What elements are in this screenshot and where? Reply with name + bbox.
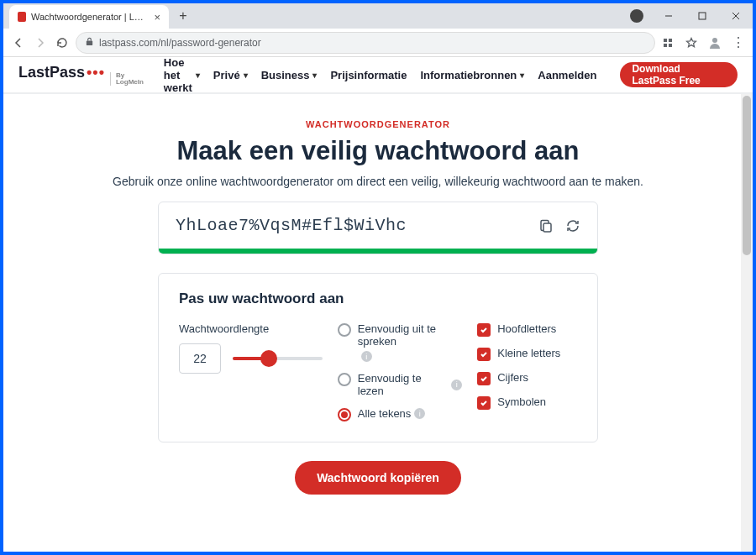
nav-login[interactable]: Aanmelden [538, 69, 596, 81]
url-text: lastpass.com/nl/password-generator [99, 37, 261, 49]
checkbox-icon [477, 372, 491, 385]
radio-easy-say[interactable]: Eenvoudig uit te spreken i [338, 322, 462, 362]
radio-label: Alle tekens [358, 407, 412, 420]
browser-tab[interactable]: Wachtwoordgenerator | LastPass × [9, 5, 169, 29]
generated-password[interactable]: YhLoae7%VqsM#Efl$WiVhc [176, 216, 538, 235]
browser-menu-icon[interactable]: ⋮ [731, 34, 746, 50]
check-symbols[interactable]: Symbolen [477, 395, 577, 410]
radio-all-chars[interactable]: Alle tekens i [338, 407, 462, 421]
length-slider[interactable] [233, 352, 323, 365]
chevron-down-icon: ▾ [312, 71, 317, 80]
lastpass-logo[interactable]: LastPass••• By LogMeIn [18, 64, 144, 86]
check-uppercase[interactable]: Hoofdletters [477, 322, 577, 337]
window-close-button[interactable] [719, 3, 753, 29]
logo-dots: ••• [87, 64, 105, 81]
tab-favicon [18, 12, 26, 22]
nav-prive[interactable]: Privé▾ [213, 69, 248, 81]
check-digits[interactable]: Cijfers [477, 371, 577, 385]
tab-close-icon[interactable]: × [154, 11, 160, 24]
logo-last: Last [18, 64, 50, 81]
customize-title: Pas uw wachtwoord aan [179, 291, 577, 307]
length-input[interactable]: 22 [179, 343, 221, 374]
scrollbar-thumb[interactable] [743, 96, 751, 255]
copy-password-button[interactable]: Wachtwoord kopiëren [295, 461, 461, 495]
profile-icon[interactable] [707, 36, 722, 50]
nav-how-it-works[interactable]: Hoe het werkt▾ [164, 56, 200, 94]
radio-icon [338, 323, 351, 337]
nav-pricing[interactable]: Prijsinformatie [330, 69, 407, 81]
download-button[interactable]: Download LastPass Free [620, 62, 738, 87]
chevron-down-icon: ▾ [520, 71, 524, 80]
radio-icon [338, 408, 351, 421]
svg-rect-7 [664, 44, 667, 47]
svg-rect-5 [664, 39, 667, 42]
svg-rect-8 [669, 44, 672, 47]
profile-avatar-icon[interactable] [630, 9, 643, 23]
length-label: Wachtwoordlengte [179, 322, 323, 335]
tab-title: Wachtwoordgenerator | LastPass [31, 12, 144, 22]
back-button[interactable] [10, 34, 27, 51]
svg-rect-10 [543, 223, 551, 232]
checkbox-icon [477, 396, 491, 410]
page-title: Maak een veilig wachtwoord aan [3, 136, 753, 166]
page-scrollbar[interactable] [741, 94, 753, 552]
radio-easy-read[interactable]: Eenvoudig te lezen i [338, 372, 462, 397]
svg-rect-6 [669, 39, 672, 42]
window-maximize-button[interactable] [685, 3, 719, 29]
svg-rect-1 [699, 13, 706, 19]
nav-resources[interactable]: Informatiebronnen▾ [420, 69, 524, 81]
reload-button[interactable] [54, 34, 71, 51]
copy-icon[interactable] [538, 218, 554, 233]
check-label: Cijfers [497, 371, 528, 384]
svg-rect-4 [87, 40, 92, 45]
window-minimize-button[interactable] [652, 3, 685, 29]
page-subline: Gebruik onze online wachtwoordgenerator … [3, 175, 753, 188]
customize-panel: Pas uw wachtwoord aan Wachtwoordlengte 2… [158, 273, 598, 442]
radio-icon [338, 373, 351, 386]
password-display-box: YhLoae7%VqsM#Efl$WiVhc [158, 202, 598, 254]
nav-business[interactable]: Business▾ [261, 69, 318, 81]
lock-icon [85, 37, 94, 49]
site-nav: LastPass••• By LogMeIn Hoe het werkt▾ Pr… [3, 57, 753, 94]
slider-thumb[interactable] [260, 350, 277, 367]
info-icon[interactable]: i [414, 408, 425, 419]
svg-point-9 [712, 38, 717, 43]
info-icon[interactable]: i [361, 351, 372, 362]
check-label: Symbolen [497, 395, 546, 408]
chevron-down-icon: ▾ [244, 71, 248, 80]
logo-byline: By LogMeIn [110, 72, 144, 86]
regenerate-icon[interactable] [565, 218, 580, 233]
chevron-down-icon: ▾ [196, 71, 200, 80]
new-tab-button[interactable]: + [174, 7, 192, 25]
address-bar: lastpass.com/nl/password-generator ⋮ [3, 29, 753, 57]
page-eyebrow: WACHTWOORDGENERATOR [3, 119, 753, 129]
extension-icon[interactable] [660, 37, 675, 49]
forward-button[interactable] [32, 34, 49, 51]
url-input[interactable]: lastpass.com/nl/password-generator [76, 32, 655, 54]
logo-pass: Pass [50, 64, 85, 81]
radio-label: Eenvoudig uit te spreken [358, 322, 462, 348]
check-label: Kleine letters [497, 347, 560, 359]
checkbox-icon [477, 348, 491, 361]
check-label: Hoofdletters [497, 322, 556, 335]
info-icon[interactable]: i [451, 380, 462, 390]
window-titlebar: Wachtwoordgenerator | LastPass × + [3, 3, 753, 29]
check-lowercase[interactable]: Kleine letters [477, 347, 577, 361]
checkbox-icon [477, 323, 491, 337]
radio-label: Eenvoudig te lezen [358, 372, 448, 397]
strength-indicator [159, 249, 597, 254]
bookmark-star-icon[interactable] [684, 37, 699, 49]
